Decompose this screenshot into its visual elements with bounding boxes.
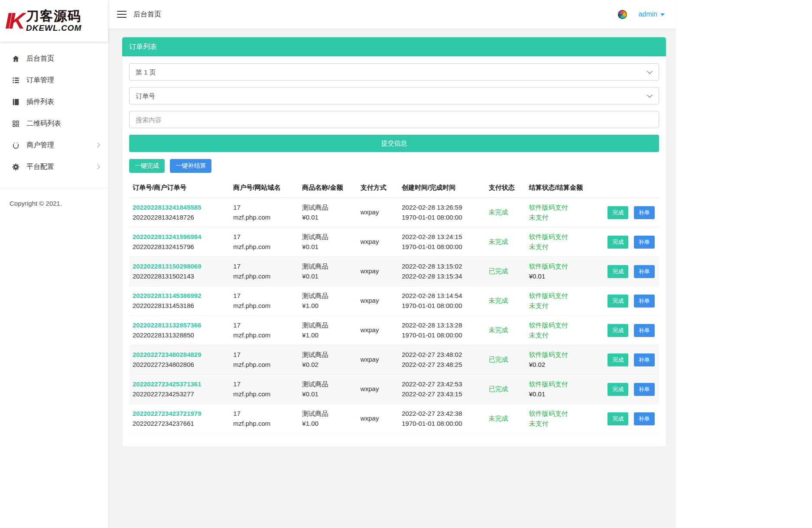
settle-amount: 未支付 [529,419,598,429]
sidebar-item-merchants[interactable]: 商户管理 [0,134,108,156]
merchant-id: 17 [233,409,295,419]
page-select[interactable]: 第 1 页 [129,63,659,81]
row-supplement-button[interactable]: 补单 [634,353,655,366]
order-number-link[interactable]: 2022022723480284829 [133,350,226,360]
row-supplement-button[interactable]: 补单 [634,295,655,308]
pay-status: 未完成 [489,296,522,306]
sidebar-item-plugins[interactable]: 插件列表 [0,91,108,113]
orders-table: 订单号/商户订单号 商户号/网站域名 商品名称/金额 支付方式 创建时间/完成时… [129,178,659,434]
copyright-text: Copyright © 2021. [0,188,108,207]
menu-toggle-button[interactable] [117,11,127,18]
product-name: 测试商品 [302,379,354,389]
row-complete-button[interactable]: 完成 [607,206,628,219]
created-time: 2022-02-27 23:42:38 [402,409,482,419]
bulk-settle-button[interactable]: 一键补结算 [170,159,211,173]
panel-title: 订单列表 [122,37,666,56]
home-icon [11,54,20,63]
pay-status: 未完成 [489,237,522,247]
created-time: 2022-02-28 13:13:28 [402,321,482,330]
table-row: 2022022723480284829 20220227234802806 17… [129,345,659,375]
logo-title: 刀客源码 [26,9,81,24]
sidebar-menu: 后台首页 订单管理 插件列表 [0,48,108,178]
sidebar-item-home[interactable]: 后台首页 [0,48,108,69]
sidebar-item-platform[interactable]: 平台配置 [0,156,108,178]
row-supplement-button[interactable]: 补单 [634,206,655,219]
pay-type: wxpay [361,207,395,217]
row-complete-button[interactable]: 完成 [607,295,628,308]
finished-time: 2022-02-27 23:48:25 [402,360,482,370]
row-complete-button[interactable]: 完成 [607,412,628,425]
column-header-time: 创建时间/完成时间 [398,178,485,198]
finished-time: 1970-01-01 08:00:00 [402,213,482,223]
pay-type: wxpay [361,325,395,335]
row-complete-button[interactable]: 完成 [607,324,628,337]
created-time: 2022-02-28 13:15:02 [402,262,482,272]
row-complete-button[interactable]: 完成 [607,353,628,366]
created-time: 2022-02-28 13:26:59 [402,203,482,213]
order-number-link[interactable]: 2022022723425371361 [133,379,226,389]
sidebar-item-orders[interactable]: 订单管理 [0,69,108,91]
order-number-link[interactable]: 2022022813241596984 [133,232,226,242]
site-domain: mzf.php.com [233,360,295,370]
site-domain: mzf.php.com [233,242,295,252]
created-time: 2022-02-28 13:24:15 [402,232,482,242]
logo-mark: IK [5,10,23,32]
row-complete-button[interactable]: 完成 [607,383,628,396]
order-number-link[interactable]: 2022022813241845585 [133,203,226,213]
order-number-link[interactable]: 2022022813150298069 [133,262,226,272]
settle-amount: ¥0.01 [529,389,598,399]
row-supplement-button[interactable]: 补单 [634,383,655,396]
product-amount: ¥1.00 [302,301,354,311]
table-row: 2022022813150298069 20220228131502143 17… [129,257,659,286]
admin-menu[interactable]: admin [638,10,665,18]
created-time: 2022-02-27 23:48:02 [402,350,482,360]
table-row: 2022022723425371361 20220227234253277 17… [129,375,659,404]
row-supplement-button[interactable]: 补单 [634,412,655,425]
submit-button[interactable]: 提交信息 [129,135,659,152]
sidebar-item-qrcodes[interactable]: 二维码列表 [0,113,108,134]
settle-amount: 未支付 [529,213,598,223]
product-name: 测试商品 [302,409,354,419]
pay-status: 未完成 [489,414,522,424]
chevron-right-icon [95,143,100,147]
order-number-link[interactable]: 2022022723423721979 [133,409,226,419]
bulk-complete-button[interactable]: 一键完成 [129,159,165,173]
settle-type: 软件版码支付 [529,291,598,301]
order-number-link[interactable]: 2022022813145386992 [133,291,226,301]
bulk-actions: 一键完成 一键补结算 [129,159,659,173]
row-supplement-button[interactable]: 补单 [634,265,655,278]
row-complete-button[interactable]: 完成 [607,265,628,278]
finished-time: 1970-01-01 08:00:00 [402,419,482,429]
finished-time: 1970-01-01 08:00:00 [402,330,482,340]
merchant-order-number: 20220227234237661 [133,419,226,429]
site-domain: mzf.php.com [233,419,295,429]
row-supplement-button[interactable]: 补单 [634,324,655,337]
page: IK 刀客源码 DKEWL.COM 后台首页 订单管理 [0,0,812,528]
table-header-row: 订单号/商户订单号 商户号/网站域名 商品名称/金额 支付方式 创建时间/完成时… [129,178,659,198]
merchant-id: 17 [233,203,295,213]
row-complete-button[interactable]: 完成 [607,236,628,249]
pay-type: wxpay [361,237,395,247]
order-field-select[interactable]: 订单号 [129,87,659,104]
pay-type: wxpay [361,414,395,424]
search-input[interactable] [129,111,659,128]
merchant-id: 17 [233,379,295,389]
content-area: 订单列表 第 1 页 订单号 [108,29,676,528]
column-header-actions [601,178,659,198]
sidebar-item-label: 二维码列表 [26,119,61,128]
column-header-product: 商品名称/金额 [299,178,357,198]
app-shell: IK 刀客源码 DKEWL.COM 后台首页 订单管理 [0,0,676,528]
list-icon [11,76,20,84]
admin-label: admin [638,10,657,18]
settle-type: 软件版码支付 [529,409,598,419]
order-number-link[interactable]: 2022022813132857366 [133,321,226,330]
product-name: 测试商品 [302,291,354,301]
row-supplement-button[interactable]: 补单 [634,236,655,249]
finished-time: 2022-02-27 23:43:15 [402,389,482,399]
settle-type: 软件版码支付 [529,321,598,330]
settle-type: 软件版码支付 [529,379,598,389]
settle-type: 软件版码支付 [529,350,598,360]
product-name: 测试商品 [302,262,354,272]
theme-palette-icon[interactable] [618,10,627,19]
settle-type: 软件版码支付 [529,262,598,272]
